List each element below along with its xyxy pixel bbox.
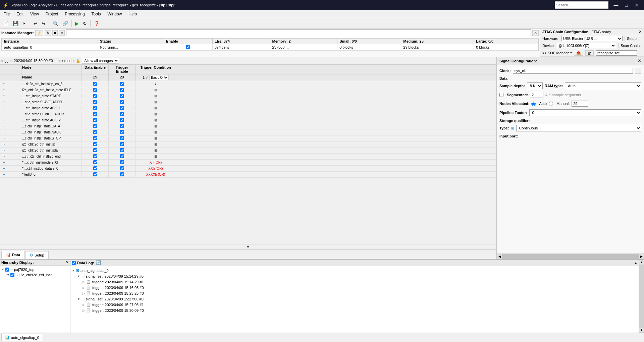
instance-expand-button[interactable]: ≡ (59, 30, 64, 36)
data-en-checkbox[interactable] (93, 82, 97, 86)
trig-en-checkbox[interactable] (120, 160, 124, 164)
table-row[interactable]: ~ i2c_ctrl:i2c_ctrl_inst|sda ⊞ (0, 148, 496, 154)
clock-browse-button[interactable]: ... (635, 68, 641, 74)
status-close-button[interactable]: ✕ (532, 30, 539, 36)
instance-add-button[interactable]: ⚡ (35, 30, 43, 36)
toolbar-refresh[interactable]: ↻ (81, 20, 89, 27)
table-row[interactable]: + * ...ctrl_inst|po_data[7..0] XXh (OR) (0, 166, 496, 172)
table-row[interactable]: ~ ...st|c_state.DEVICE_ADDR ⊞ (0, 111, 496, 117)
trig-en-checkbox[interactable] (120, 136, 124, 140)
scroll-left-btn[interactable]: ◀ (497, 254, 502, 259)
table-row[interactable]: ~ ... ctrl_inst|c_state.ACK_1 ⊞ (0, 105, 496, 111)
jtag-config-close[interactable]: ✕ (639, 30, 642, 34)
ram-type-select[interactable]: Auto (565, 82, 641, 89)
trig-en-checkbox[interactable] (120, 100, 124, 104)
menu-help[interactable]: Help (125, 11, 140, 17)
close-button[interactable]: ✕ (632, 2, 641, 8)
trig-en-checkbox[interactable] (120, 154, 124, 158)
scan-chain-button[interactable]: Scan Chain (618, 43, 642, 48)
tab-data[interactable]: 📊 Data (1, 251, 24, 259)
grid-body[interactable]: ~ ....rl:i2c_ctrl_inst|skip_en_6 / ~ i2c… (0, 81, 496, 244)
table-row[interactable]: ~ ...c ctrl_inst|c_state.NACK ⊞ (0, 129, 496, 135)
table-row[interactable]: ~ ...ctrl:i2c_ctrl_inst|i2c_end ⊞ (0, 154, 496, 160)
trig-en-checkbox[interactable] (120, 148, 124, 152)
list-item[interactable]: ▷ 📋 trigger: 2023/04/09 15:16:05 #0 (83, 285, 637, 290)
trig-en-checkbox[interactable] (120, 118, 124, 122)
storage-type-select[interactable]: Continuous (516, 125, 641, 131)
data-en-checkbox[interactable] (93, 118, 97, 122)
toolbar-cut[interactable]: ✂ (21, 20, 28, 27)
data-en-checkbox[interactable] (93, 100, 97, 104)
menu-view[interactable]: View (27, 11, 42, 17)
table-row[interactable]: ~ ... ctrl_inst|c_state.ACK_2 ⊞ (0, 117, 496, 123)
basic-select[interactable]: Basic O (149, 75, 169, 80)
toolbar-help[interactable]: ❓ (92, 20, 101, 27)
datalog-refresh-button[interactable]: 🔄 (96, 260, 101, 265)
data-en-checkbox[interactable] (93, 148, 97, 152)
setup-button[interactable]: Setup... (625, 36, 642, 41)
list-item[interactable]: ▷ 📋 trigger: 2023/04/09 15:23:25 #0 (83, 290, 637, 296)
grid-scroll-down[interactable]: ▼ (0, 244, 496, 249)
trig-en-checkbox[interactable] (120, 166, 124, 170)
hardware-select[interactable]: USB-Blaster [USB-... (561, 36, 623, 41)
list-item[interactable]: ▼ → i2c_ctrl:i2c_ctrl_inst (7, 272, 69, 278)
list-item[interactable]: ▷ 📋 trigger: 2023/04/09 15:14:29 #1 (83, 279, 637, 285)
trig-en-checkbox[interactable] (120, 112, 124, 116)
table-row[interactable]: + * ...c ctrl_inst|mode[2..0] Xh (OR) (0, 160, 496, 166)
trig-en-checkbox[interactable] (120, 82, 124, 86)
table-row[interactable]: auto_signaltap_0 Not runni... 874 cells … (2, 44, 538, 51)
list-item[interactable]: ▷ 📋 trigger: 2023/04/09 15:27:06 #1 (83, 302, 637, 307)
trig-en-checkbox[interactable] (120, 130, 124, 134)
sample-depth-select[interactable]: 8 K (527, 82, 543, 89)
data-en-checkbox[interactable] (93, 112, 97, 116)
trig-en-checkbox[interactable] (120, 124, 124, 128)
toolbar-redo[interactable]: ↪ (40, 20, 47, 27)
nodes-auto-radio[interactable] (531, 102, 536, 106)
data-en-checkbox[interactable] (93, 166, 97, 170)
instance-tab[interactable]: 📊 auto_signaltap_0 (1, 334, 43, 341)
menu-file[interactable]: File (0, 11, 13, 17)
scroll-down-btn[interactable]: ▼ (639, 327, 644, 333)
table-row[interactable]: ~ ...st|c_state.SLAVE_ADDR ⊞ (0, 99, 496, 105)
list-item[interactable]: ▼ ⊟ auto_signaltap_0 (72, 268, 637, 273)
list-item[interactable]: ▼ ⊟ signal_set: 2023/04/09 15:27:06 #0 (77, 296, 637, 302)
table-row[interactable]: ~ i2c_ctrl:i2c_ctrl_inst|c_state.IDLE ⊞ (0, 87, 496, 93)
menu-edit[interactable]: Edit (13, 11, 27, 17)
datalog-scroll-up[interactable]: ▲ (634, 261, 637, 265)
hier-check[interactable] (5, 268, 9, 272)
scroll-up-btn[interactable]: ▲ (639, 260, 644, 265)
table-row[interactable]: ~ ...c ctrl_inst|c_state.DATA ⊞ (0, 123, 496, 129)
scroll-right-btn[interactable]: ▶ (639, 254, 644, 259)
segmented-checkbox[interactable] (499, 93, 503, 97)
signal-config-close[interactable]: ✕ (638, 58, 641, 63)
sof-delete-button[interactable]: 🗑 (585, 50, 594, 56)
toolbar-new[interactable]: 📄 (1, 20, 10, 27)
segment-count-input[interactable] (530, 92, 543, 98)
toolbar-link[interactable]: 🔗 (61, 20, 70, 27)
search-input[interactable] (555, 1, 608, 9)
list-item[interactable]: ▷ 📋 trigger: 2023/04/09 15:30:09 #0 (83, 307, 637, 313)
nodes-value-input[interactable] (572, 101, 588, 107)
trig-en-checkbox[interactable] (120, 88, 124, 92)
data-en-checkbox[interactable] (93, 172, 97, 176)
list-item[interactable]: ▼ ⊟ signal_set: 2023/04/09 15:14:29 #0 (77, 273, 637, 279)
lock-mode-select[interactable]: Allow all changes (82, 58, 119, 64)
toolbar-run[interactable]: ▶ (73, 20, 80, 27)
enable-checkbox[interactable] (186, 45, 190, 49)
data-en-checkbox[interactable] (93, 142, 97, 146)
toolbar-search[interactable]: 🔍 (51, 20, 60, 27)
table-row[interactable]: + * led[3..0] XXXXb (OR) (0, 172, 496, 178)
tab-setup[interactable]: ⚙ Setup (25, 251, 49, 259)
trig-en-checkbox[interactable] (120, 106, 124, 110)
data-en-checkbox[interactable] (93, 106, 97, 110)
table-row[interactable]: ~ ....rl:i2c_ctrl_inst|skip_en_6 / (0, 81, 496, 87)
table-row[interactable]: ~ i2c_ctrl:i2c_ctrl_inst|scl ⊞ (0, 141, 496, 148)
data-en-checkbox[interactable] (93, 88, 97, 92)
menu-tools[interactable]: Tools (88, 11, 104, 17)
trig-en-checkbox[interactable] (120, 142, 124, 146)
menu-processing[interactable]: Processing (61, 11, 88, 17)
list-item[interactable]: ▼ → paj7620_top (1, 267, 69, 272)
data-en-checkbox[interactable] (93, 124, 97, 128)
instance-refresh-button[interactable]: ↻ (45, 30, 51, 36)
hierarchy-close-button[interactable]: ✕ (66, 260, 69, 265)
